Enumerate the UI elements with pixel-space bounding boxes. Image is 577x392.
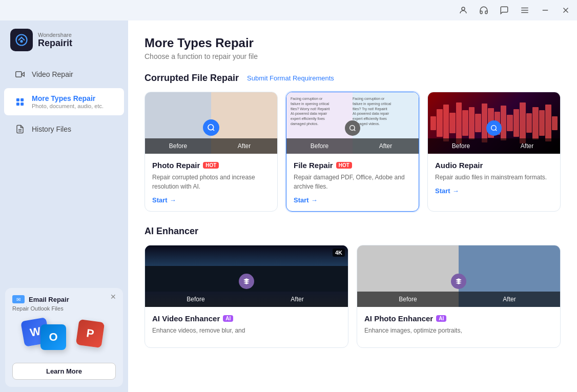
video-repair-icon	[14, 69, 26, 80]
sidebar-label-more-types: More Types Repair	[32, 94, 104, 102]
learn-more-button[interactable]: Learn More	[12, 363, 116, 380]
corrupted-section-title: Corrupted File Repair	[145, 73, 239, 84]
submit-format-link[interactable]: Submit Format Requirements	[247, 74, 334, 82]
main-content: More Types Repair Choose a function to r…	[128, 20, 577, 392]
app-body: Wondershare Repairit Video Repair More T…	[0, 20, 577, 392]
4k-badge: 4K	[333, 249, 345, 257]
ai-video-ai-badge: AI	[223, 315, 233, 322]
ai-video-enhancer-card[interactable]: 4K Before After AI Video Enhancer AI Enh…	[145, 245, 348, 348]
more-types-icon	[14, 96, 26, 108]
logo-text: Wondershare Repairit	[38, 32, 72, 49]
photo-before-label: Before	[145, 138, 211, 154]
ai-enhancer-section-title: AI Enhancer	[145, 226, 198, 237]
file-repair-tool-icon	[345, 120, 360, 136]
ai-photo-tool-icon	[451, 274, 466, 289]
logo-brand: Wondershare	[38, 32, 72, 38]
svg-point-8	[20, 40, 23, 43]
ai-video-tool-icon	[239, 274, 254, 289]
promo-image: W O P	[12, 317, 116, 358]
history-files-icon	[14, 123, 26, 135]
promo-title: Email Repair	[29, 296, 69, 303]
page-title: More Types Repair	[145, 36, 561, 50]
photo-repair-desc: Repair corrupted photos and increase res…	[152, 173, 270, 191]
file-after-label: After	[353, 138, 419, 154]
audio-repair-image: Before After	[428, 92, 560, 154]
corrupted-section-header: Corrupted File Repair Submit Format Requ…	[145, 73, 561, 84]
ai-photo-before-label: Before	[357, 292, 459, 307]
audio-repair-card[interactable]: Before After Audio Repair Repair audio f…	[427, 92, 561, 212]
title-bar	[0, 0, 577, 20]
file-repair-card[interactable]: Facing corruption orfailure in opening c…	[286, 92, 419, 212]
svg-point-21	[491, 126, 496, 130]
photo-repair-card[interactable]: Before After Photo Repair HOT Repair cor…	[145, 92, 278, 212]
close-icon[interactable]	[559, 3, 573, 17]
svg-line-22	[496, 130, 497, 131]
promo-close-button[interactable]: ✕	[109, 292, 118, 301]
svg-rect-11	[16, 98, 19, 101]
sidebar-item-more-types-repair[interactable]: More Types Repair Photo, document, audio…	[4, 88, 124, 115]
sidebar-sub-more-types: Photo, document, audio, etc.	[32, 103, 104, 109]
svg-point-0	[462, 7, 465, 10]
headset-icon[interactable]	[477, 3, 491, 17]
file-repair-image: Facing corruption orfailure in opening c…	[286, 92, 419, 154]
logo-area: Wondershare Repairit	[0, 29, 128, 61]
file-repair-hot-badge: HOT	[336, 162, 352, 169]
outlook-icon: O	[40, 324, 66, 350]
audio-before-label: Before	[428, 138, 494, 154]
sidebar-label-history-files: History Files	[32, 125, 71, 133]
promo-card: ✕ ✉ Email Repair Repair Outlook Files W …	[5, 288, 123, 387]
svg-rect-10	[16, 72, 22, 77]
logo-name: Repairit	[38, 38, 72, 49]
sidebar-item-history-files[interactable]: History Files	[4, 117, 124, 141]
minimize-icon[interactable]	[538, 3, 552, 17]
svg-marker-9	[22, 72, 24, 76]
corrupted-cards-grid: Before After Photo Repair HOT Repair cor…	[145, 92, 561, 212]
audio-repair-start-button[interactable]: Start →	[435, 187, 459, 195]
ai-video-title: AI Video Enhancer	[152, 314, 220, 323]
account-icon[interactable]	[456, 3, 470, 17]
ai-photo-title: AI Photo Enhancer	[364, 314, 433, 323]
audio-repair-title: Audio Repair	[435, 161, 483, 170]
ai-photo-after-label: After	[459, 292, 560, 307]
promo-subtitle: Repair Outlook Files	[12, 305, 116, 312]
ai-enhancer-cards-grid: 4K Before After AI Video Enhancer AI Enh…	[145, 245, 561, 348]
menu-icon[interactable]	[518, 3, 532, 17]
ai-video-after-label: After	[246, 292, 348, 307]
ai-photo-image: Before After	[357, 245, 560, 307]
ai-enhancer-section-header: AI Enhancer	[145, 226, 561, 237]
ai-photo-desc: Enhance images, optimize portraits,	[364, 326, 553, 335]
file-before-label: Before	[286, 138, 353, 154]
audio-repair-desc: Repair audio files in mainstream formats…	[435, 173, 553, 182]
svg-rect-12	[21, 98, 24, 101]
ai-video-before-label: Before	[145, 292, 246, 307]
audio-repair-tool-icon	[486, 120, 502, 136]
ai-photo-enhancer-card[interactable]: Before After AI Photo Enhancer AI Enhanc…	[357, 245, 561, 348]
powerpoint-icon: P	[76, 319, 105, 348]
file-repair-start-button[interactable]: Start →	[294, 196, 318, 204]
photo-repair-image: Before After	[145, 92, 277, 154]
file-repair-title: File Repair	[294, 161, 333, 170]
photo-repair-title: Photo Repair	[152, 161, 200, 170]
sidebar-item-video-repair[interactable]: Video Repair	[4, 63, 124, 86]
svg-line-20	[354, 130, 356, 131]
ai-video-desc: Enhance videos, remove blur, and	[152, 326, 341, 335]
email-icon: ✉	[12, 295, 25, 303]
svg-line-18	[213, 129, 214, 131]
photo-after-label: After	[211, 138, 277, 154]
photo-repair-tool-icon	[203, 119, 219, 136]
ai-photo-ai-badge: AI	[436, 315, 446, 322]
svg-rect-13	[16, 102, 19, 105]
svg-point-19	[350, 126, 355, 130]
svg-point-17	[208, 125, 214, 130]
sidebar-label-video-repair: Video Repair	[32, 70, 73, 78]
audio-after-label: After	[494, 138, 560, 154]
page-subtitle: Choose a function to repair your file	[145, 52, 561, 60]
app-logo-icon	[10, 29, 33, 51]
sidebar: Wondershare Repairit Video Repair More T…	[0, 20, 128, 392]
photo-repair-start-button[interactable]: Start →	[152, 196, 176, 204]
file-repair-desc: Repair damaged PDF, Office, Adobe and ar…	[294, 173, 411, 191]
photo-repair-hot-badge: HOT	[203, 162, 219, 169]
svg-rect-14	[21, 102, 24, 105]
chat-icon[interactable]	[497, 3, 511, 17]
ai-video-image: 4K Before After	[145, 245, 348, 307]
